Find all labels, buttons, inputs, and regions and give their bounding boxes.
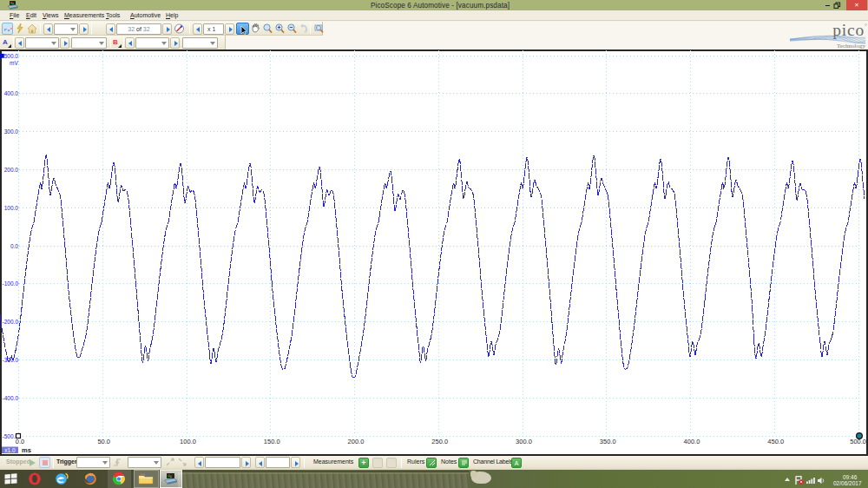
svg-text:-100.0: -100.0 <box>3 280 19 287</box>
svg-text:300.0: 300.0 <box>4 129 19 135</box>
svg-text:0.0: 0.0 <box>16 438 24 445</box>
svg-text:mV: mV <box>10 60 18 66</box>
svg-text:400.0: 400.0 <box>4 90 19 96</box>
svg-text:450.0: 450.0 <box>767 438 784 445</box>
svg-text:100.0: 100.0 <box>4 205 19 211</box>
svg-text:150.0: 150.0 <box>264 438 280 445</box>
svg-text:500.0: 500.0 <box>4 53 19 59</box>
svg-text:400.0: 400.0 <box>684 438 700 445</box>
svg-text:200.0: 200.0 <box>348 438 365 445</box>
svg-text:50.0: 50.0 <box>97 438 110 445</box>
svg-text:-200.0: -200.0 <box>3 319 19 325</box>
svg-text:300.0: 300.0 <box>516 438 532 445</box>
svg-text:200.0: 200.0 <box>4 167 19 173</box>
svg-text:350.0: 350.0 <box>600 438 616 445</box>
svg-text:0.0: 0.0 <box>10 243 18 249</box>
svg-text:ms: ms <box>22 446 31 454</box>
svg-text:-400.0: -400.0 <box>3 395 19 401</box>
svg-text:100.0: 100.0 <box>180 438 196 445</box>
svg-text:x1.0: x1.0 <box>4 447 16 453</box>
svg-text:250.0: 250.0 <box>431 438 448 445</box>
